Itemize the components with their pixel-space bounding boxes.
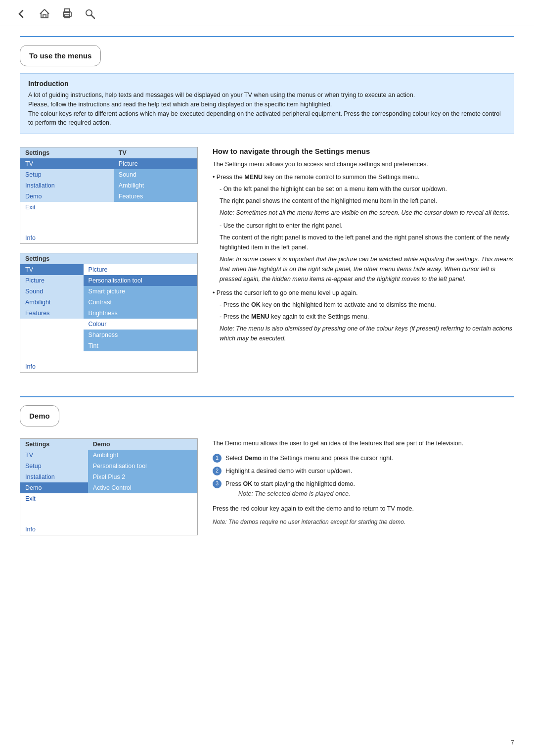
intro-box: Introduction A lot of guiding instructio… [20,73,514,134]
demo-menu-right-empty1 [88,493,198,504]
menu2-info-row: Info [20,361,198,373]
menu2-left-ambilight[interactable]: Ambilight [20,297,84,308]
home-button[interactable] [38,7,51,21]
menu2-info[interactable]: Info [20,361,198,373]
demo-press-red: Press the red colour key again to exit t… [213,504,514,514]
menu2-row-sharpness: Sharpness [20,330,198,340]
menu2-right-colour[interactable]: Colour [84,319,198,330]
demo-step-1-text: Select Demo in the Settings menu and pre… [225,453,393,463]
menu2-right-personalisation[interactable]: Personalisation tool [84,275,198,286]
demo-menu-info-row: Info [20,524,198,535]
menu2-header-left: Settings [20,253,84,265]
intro-heading: Introduction [28,80,506,88]
demo-left: Settings Demo TV Ambilight Setup Persona… [20,438,198,544]
how-to-sub1: - On the left panel the highlight can be… [220,184,514,194]
demo-menu-right-empty3 [88,514,198,524]
how-to-body2: The content of the right panel is moved … [220,233,514,252]
demo-step-3-text: Press OK to start playing the highlighte… [225,480,355,487]
demo-step-2: 2 Highlight a desired demo with cursor u… [213,466,514,476]
menu1-right-sound[interactable]: Sound [114,169,198,180]
section1-title: To use the menus [20,45,101,66]
intro-para1: A lot of guiding instructions, help text… [28,91,506,100]
menu1-left-setup[interactable]: Setup [20,169,114,180]
menu1-header-left: Settings [20,147,114,159]
menu1-left-demo[interactable]: Demo [20,191,114,202]
how-to-nav: How to navigate through the Settings men… [213,147,514,346]
menu2-left-empty2 [20,330,84,340]
page-content: To use the menus Introduction A lot of g… [0,26,534,564]
print-button[interactable] [60,7,74,21]
menu2-left-features[interactable]: Features [20,308,84,319]
menu2-header-row: Settings [20,253,198,265]
demo-step-1: 1 Select Demo in the Settings menu and p… [213,453,514,463]
menu1-wrapper: Settings TV TV Picture Setup Sound Insta… [20,147,198,244]
menu2-right-tint[interactable]: Tint [84,340,198,351]
menu2-row-sound: Sound Smart picture [20,286,198,297]
how-to-bullet2: • Press the cursor left to go one menu l… [213,288,514,298]
toolbar [0,0,534,26]
menu1-info[interactable]: Info [20,233,198,244]
menu1-left-exit[interactable]: Exit [20,202,114,213]
how-to-note2: Note: In some cases it is important that… [220,254,514,284]
left-menus: Settings TV TV Picture Setup Sound Insta… [20,147,198,381]
demo-menu-left-empty1 [20,504,88,514]
demo-menu-right-empty2 [88,504,198,514]
menu1-left-tv[interactable]: TV [20,158,114,169]
menu2-right-picture[interactable]: Picture [84,264,198,275]
menu1-row-demo: Demo Features [20,191,198,202]
demo-menu-info[interactable]: Info [20,524,198,535]
menu2-right-smartpicture[interactable]: Smart picture [84,286,198,297]
menu2-right-sharpness[interactable]: Sharpness [84,330,198,340]
how-to-sub4: - Press the MENU key again to exit the S… [220,312,514,322]
demo-menu-right-pixelplus[interactable]: Pixel Plus 2 [88,472,198,482]
back-button[interactable] [15,7,29,21]
menu2-left-sound[interactable]: Sound [20,286,84,297]
menu1-left-empty1 [20,213,114,223]
demo-two-col: Settings Demo TV Ambilight Setup Persona… [20,438,514,544]
menu1-table: Settings TV TV Picture Setup Sound Insta… [20,147,198,244]
menu1-right-ambilight[interactable]: Ambilight [114,180,198,191]
step-circle-2: 2 [213,467,222,475]
menu2-left-empty [20,319,84,330]
menu2-left-empty3 [20,340,84,351]
search-button[interactable] [83,7,97,21]
demo-menu-left-exit[interactable]: Exit [20,493,88,504]
menu2-left-picture[interactable]: Picture [20,275,84,286]
menu1-left-installation[interactable]: Installation [20,180,114,191]
menu1-row-empty1 [20,213,198,223]
demo-steps: 1 Select Demo in the Settings menu and p… [213,453,514,499]
demo-menu-left-installation[interactable]: Installation [20,472,88,482]
demo-menu-header-left: Settings [20,439,88,450]
demo-menu-header-right: Demo [88,439,198,450]
intro-para3: The colour keys refer to different actio… [28,109,506,128]
demo-menu-left-setup[interactable]: Setup [20,461,88,472]
menu2-row-ambilight: Ambilight Contrast [20,297,198,308]
menu1-right-features[interactable]: Features [114,191,198,202]
menu2-left-empty4 [20,351,84,361]
how-to-body1: The right panel shows the content of the… [220,196,514,206]
menu2-right-empty [84,351,198,361]
menu1-row-empty2 [20,223,198,233]
step-circle-3: 3 [213,479,222,488]
menu1-right-empty1 [114,202,198,213]
menu1-header-row: Settings TV [20,147,198,159]
demo-section: Settings Demo TV Ambilight Setup Persona… [20,438,514,544]
demo-menu-right-ambilight[interactable]: Ambilight [88,450,198,461]
demo-step-2-text: Highlight a desired demo with cursor up/… [225,466,352,476]
menu2-row-empty [20,351,198,361]
demo-menu-row-tv: TV Ambilight [20,450,198,461]
menu2-right-brightness[interactable]: Brightness [84,308,198,319]
menu1-row-setup: Setup Sound [20,169,198,180]
step-circle-1: 1 [213,454,222,463]
demo-menu-right-activecontrol[interactable]: Active Control [88,482,198,493]
menu1-header-right: TV [114,147,198,159]
demo-step-3: 3 Press OK to start playing the highligh… [213,479,514,499]
menu2-right-contrast[interactable]: Contrast [84,297,198,308]
demo-menu-table: Settings Demo TV Ambilight Setup Persona… [20,438,198,535]
demo-menu-left-tv[interactable]: TV [20,450,88,461]
menu1-right-picture[interactable]: Picture [114,158,198,169]
demo-menu-left-demo[interactable]: Demo [20,482,88,493]
demo-menu-left-empty2 [20,514,88,524]
demo-menu-right-personalisation[interactable]: Personalisation tool [88,461,198,472]
menu2-left-tv[interactable]: TV [20,264,84,275]
